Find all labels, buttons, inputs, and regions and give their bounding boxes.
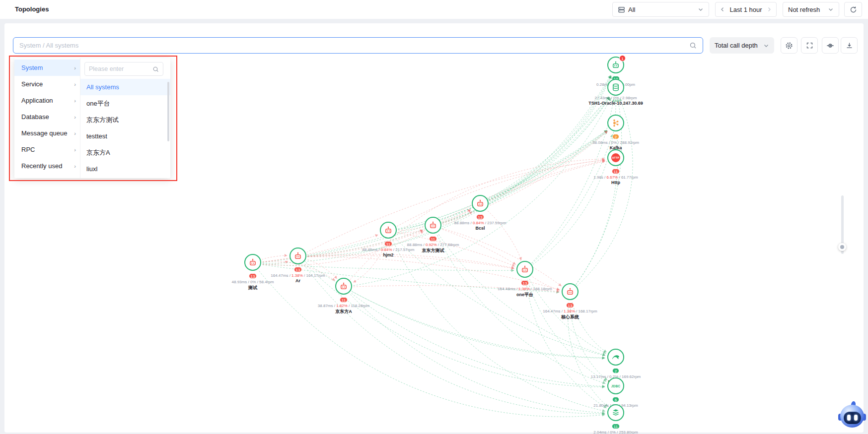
option-one-platform[interactable]: one平台 — [80, 95, 170, 112]
topology-edge — [354, 98, 611, 286]
robot-icon — [339, 282, 348, 291]
node-circle — [335, 278, 352, 295]
count-badge: 2 — [612, 134, 619, 139]
system-cascader-dropdown: System› Service› Application› Database› … — [14, 58, 170, 178]
node-circle — [607, 404, 624, 421]
node-circle: 1 — [607, 57, 624, 73]
kafka-icon — [611, 119, 620, 127]
count-badge: 11 — [429, 236, 437, 242]
robot-icon — [611, 61, 620, 69]
mysql-icon — [611, 353, 620, 362]
options-scrollbar[interactable] — [167, 82, 169, 141]
cascader-categories: System› Service› Application› Database› … — [14, 58, 80, 178]
option-boe-a[interactable]: 京东方A — [80, 144, 170, 161]
node-circle — [607, 115, 624, 131]
topologies-page: Topologies All Last 1 hour Not refresh T… — [0, 0, 868, 434]
chevron-right-icon: › — [74, 98, 76, 104]
chevron-right-icon: › — [74, 163, 76, 169]
count-badge: 13 — [566, 303, 575, 308]
node-circle — [472, 195, 489, 212]
category-application[interactable]: Application› — [14, 92, 80, 109]
topology-node-redis[interactable]: 112.04ms / 0% / 253.80rpmRedis — [579, 404, 653, 434]
assistant-robot-icon[interactable] — [838, 402, 867, 431]
category-database[interactable]: Database› — [14, 109, 80, 125]
category-rpc[interactable]: RPC› — [14, 141, 80, 158]
http-icon: HTTP — [611, 153, 620, 162]
category-message-queue[interactable]: Message queue› — [14, 125, 80, 141]
count-badge: 6 — [612, 397, 619, 402]
robot-icon — [248, 258, 257, 267]
option-boe-test[interactable]: 京东方测试 — [80, 112, 170, 128]
node-metrics: 164.47ms / 1.38% / 168.17rpm — [533, 309, 607, 313]
node-circle: HTTP — [607, 149, 624, 166]
node-metrics: 38.87ms / 1.82% / 118.28rpm — [306, 304, 381, 308]
option-all-systems[interactable]: All systems — [80, 79, 170, 95]
topology-node-jdfa[interactable]: 1138.87ms / 1.82% / 118.28rpm京东方A — [306, 278, 381, 315]
database-icon — [611, 83, 620, 92]
topology-node-oracle[interactable]: 27.43ms / 0% / 2.98rpmTSH1-Oracle-10.247… — [579, 79, 653, 106]
topology-node-http[interactable]: HTTP111.98s / 6.67% / 61.77rpmHttp — [579, 149, 653, 185]
node-circle — [607, 349, 624, 366]
node-name: 京东方A — [306, 309, 381, 315]
jdbc-icon: JDBC — [611, 384, 621, 388]
topology-node-ceshi[interactable]: 1348.93ms / 0% / 58.4rpm测试 — [216, 254, 290, 291]
category-service[interactable]: Service› — [14, 76, 80, 92]
node-name: Http — [579, 180, 653, 185]
option-search-input[interactable] — [89, 65, 152, 72]
option-search[interactable] — [84, 62, 163, 76]
count-badge: 11 — [384, 241, 392, 247]
node-circle — [516, 261, 533, 278]
option-testtest[interactable]: testtest — [80, 128, 170, 144]
category-recently-used[interactable]: Recently used› — [14, 158, 80, 174]
node-circle — [380, 222, 397, 239]
node-circle — [425, 217, 441, 234]
cascader-options: All systems one平台 京东方测试 testtest 京东方A li… — [80, 58, 170, 178]
node-metrics: 1.98s / 6.67% / 61.77rpm — [579, 175, 653, 180]
alert-badge: 1 — [619, 55, 626, 62]
node-circle — [607, 79, 624, 96]
count-badge: 13 — [249, 273, 257, 279]
count-badge: 11 — [612, 169, 620, 174]
robot-icon — [520, 265, 529, 274]
chevron-right-icon: › — [74, 65, 76, 71]
robot-icon — [566, 287, 575, 296]
count-badge: 11 — [612, 424, 620, 429]
option-liuxl[interactable]: liuxl — [80, 161, 170, 177]
robot-icon — [384, 226, 393, 235]
zoom-slider-handle[interactable] — [838, 243, 846, 251]
node-metrics: 27.43ms / 0% / 2.98rpm — [579, 96, 653, 100]
count-badge: 13 — [476, 214, 485, 220]
zoom-slider[interactable] — [841, 195, 844, 254]
robot-icon — [476, 199, 485, 208]
redis-icon — [611, 408, 620, 417]
topology-node-kafka[interactable]: 238.08ms / 0% / 288.92rpmKafka — [579, 115, 653, 150]
robot-icon — [429, 221, 437, 230]
node-circle: JDBC — [607, 377, 624, 394]
chevron-right-icon: › — [74, 81, 76, 87]
count-badge: 2 — [612, 368, 619, 373]
search-icon — [152, 66, 159, 72]
node-metrics: 2.04ms / 0% / 253.80rpm — [579, 430, 653, 434]
topology-node-hjm2[interactable]: 1188.85ms / 0.84% / 217.57rpmhjm2 — [351, 222, 426, 257]
node-name: 测试 — [216, 285, 290, 291]
count-badge: 13 — [521, 280, 529, 286]
node-metrics: 38.08ms / 0% / 288.92rpm — [579, 140, 653, 145]
count-badge: 13 — [294, 267, 302, 272]
node-name: hjm2 — [351, 252, 426, 257]
node-name: 核心系统 — [533, 314, 607, 320]
topology-node-core[interactable]: 13164.47ms / 1.38% / 168.17rpm核心系统 — [533, 283, 607, 320]
topology-edge — [308, 255, 514, 268]
node-circle — [289, 248, 306, 264]
robot-icon — [293, 251, 302, 260]
count-badge: 11 — [340, 297, 348, 303]
chevron-right-icon: › — [74, 147, 76, 153]
node-circle — [244, 254, 261, 271]
category-system[interactable]: System› — [14, 60, 80, 76]
node-metrics: 48.93ms / 0% / 58.4rpm — [216, 280, 290, 284]
node-metrics: 88.85ms / 0.84% / 217.57rpm — [351, 248, 426, 252]
node-name: TSH1-Oracle-10.247.30.69 — [579, 101, 653, 106]
chevron-right-icon: › — [74, 114, 76, 120]
node-circle — [562, 283, 579, 300]
chevron-right-icon: › — [74, 130, 76, 136]
